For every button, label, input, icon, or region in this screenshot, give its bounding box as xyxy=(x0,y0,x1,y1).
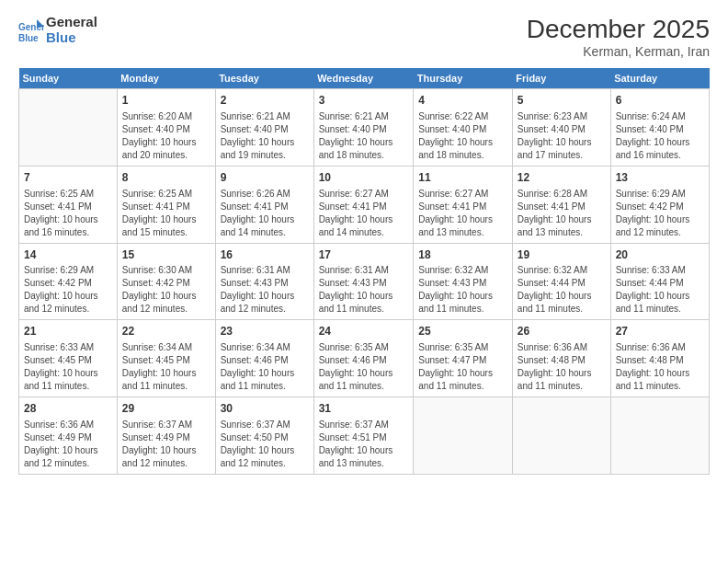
day-number: 28 xyxy=(24,401,112,417)
col-header-saturday: Saturday xyxy=(610,68,709,89)
day-number: 4 xyxy=(418,93,507,109)
day-number: 10 xyxy=(319,170,409,186)
day-number: 1 xyxy=(122,93,210,109)
calendar-cell: 6Sunrise: 6:24 AM Sunset: 4:40 PM Daylig… xyxy=(610,89,709,167)
calendar-cell: 31Sunrise: 6:37 AM Sunset: 4:51 PM Dayli… xyxy=(313,397,414,475)
calendar-cell: 27Sunrise: 6:36 AM Sunset: 4:48 PM Dayli… xyxy=(610,320,709,397)
day-info: Sunrise: 6:33 AM Sunset: 4:45 PM Dayligh… xyxy=(24,341,112,393)
calendar-title: December 2025 xyxy=(527,15,710,44)
day-number: 24 xyxy=(319,324,409,339)
calendar-cell: 1Sunrise: 6:20 AM Sunset: 4:40 PM Daylig… xyxy=(117,89,215,167)
day-info: Sunrise: 6:37 AM Sunset: 4:50 PM Dayligh… xyxy=(221,419,309,470)
day-number: 21 xyxy=(24,324,112,339)
col-header-sunday: Sunday xyxy=(19,68,118,89)
calendar-cell: 2Sunrise: 6:21 AM Sunset: 4:40 PM Daylig… xyxy=(215,89,313,167)
calendar-cell: 17Sunrise: 6:31 AM Sunset: 4:43 PM Dayli… xyxy=(313,243,414,320)
day-info: Sunrise: 6:35 AM Sunset: 4:46 PM Dayligh… xyxy=(319,341,409,393)
col-header-thursday: Thursday xyxy=(414,68,513,89)
calendar-cell xyxy=(19,89,118,167)
calendar-cell: 22Sunrise: 6:34 AM Sunset: 4:45 PM Dayli… xyxy=(117,320,215,397)
day-number: 22 xyxy=(122,324,210,339)
day-info: Sunrise: 6:25 AM Sunset: 4:41 PM Dayligh… xyxy=(122,188,210,239)
day-info: Sunrise: 6:21 AM Sunset: 4:40 PM Dayligh… xyxy=(221,110,309,162)
day-number: 2 xyxy=(221,93,309,109)
calendar-cell: 14Sunrise: 6:29 AM Sunset: 4:42 PM Dayli… xyxy=(19,243,118,320)
day-number: 12 xyxy=(518,170,606,186)
day-number: 5 xyxy=(518,93,606,109)
col-header-tuesday: Tuesday xyxy=(215,68,313,89)
calendar-cell: 12Sunrise: 6:28 AM Sunset: 4:41 PM Dayli… xyxy=(512,166,610,243)
calendar-cell: 18Sunrise: 6:32 AM Sunset: 4:43 PM Dayli… xyxy=(414,243,513,320)
day-info: Sunrise: 6:32 AM Sunset: 4:44 PM Dayligh… xyxy=(518,264,606,316)
day-number: 17 xyxy=(319,247,409,263)
day-info: Sunrise: 6:31 AM Sunset: 4:43 PM Dayligh… xyxy=(319,264,409,316)
calendar-cell: 3Sunrise: 6:21 AM Sunset: 4:40 PM Daylig… xyxy=(313,89,414,167)
day-number: 3 xyxy=(319,93,409,109)
calendar-cell: 26Sunrise: 6:36 AM Sunset: 4:48 PM Dayli… xyxy=(512,320,610,397)
calendar-cell: 19Sunrise: 6:32 AM Sunset: 4:44 PM Dayli… xyxy=(512,243,610,320)
day-info: Sunrise: 6:23 AM Sunset: 4:40 PM Dayligh… xyxy=(518,110,606,162)
day-info: Sunrise: 6:24 AM Sunset: 4:40 PM Dayligh… xyxy=(616,110,704,162)
day-number: 23 xyxy=(221,324,309,339)
day-number: 15 xyxy=(122,247,210,263)
day-info: Sunrise: 6:36 AM Sunset: 4:48 PM Dayligh… xyxy=(518,341,606,393)
day-info: Sunrise: 6:34 AM Sunset: 4:46 PM Dayligh… xyxy=(221,341,309,393)
logo-general: General xyxy=(46,15,97,30)
day-number: 29 xyxy=(122,401,210,417)
calendar-cell: 7Sunrise: 6:25 AM Sunset: 4:41 PM Daylig… xyxy=(19,166,118,243)
day-info: Sunrise: 6:36 AM Sunset: 4:49 PM Dayligh… xyxy=(24,419,112,470)
day-number: 31 xyxy=(319,401,409,417)
logo-blue: Blue xyxy=(46,30,97,46)
day-info: Sunrise: 6:36 AM Sunset: 4:48 PM Dayligh… xyxy=(616,341,704,393)
calendar-cell xyxy=(610,397,709,475)
logo-icon: General Blue xyxy=(18,17,44,43)
col-header-wednesday: Wednesday xyxy=(313,68,414,89)
calendar-cell: 29Sunrise: 6:37 AM Sunset: 4:49 PM Dayli… xyxy=(117,397,215,475)
page-header: General Blue General Blue December 2025 … xyxy=(18,15,710,59)
day-number: 25 xyxy=(418,324,507,339)
day-info: Sunrise: 6:34 AM Sunset: 4:45 PM Dayligh… xyxy=(122,341,210,393)
day-number: 16 xyxy=(221,247,309,263)
logo: General Blue General Blue xyxy=(18,15,97,45)
calendar-cell: 25Sunrise: 6:35 AM Sunset: 4:47 PM Dayli… xyxy=(414,320,513,397)
calendar-cell: 9Sunrise: 6:26 AM Sunset: 4:41 PM Daylig… xyxy=(215,166,313,243)
day-number: 18 xyxy=(418,247,507,263)
day-number: 19 xyxy=(518,247,606,263)
calendar-cell: 11Sunrise: 6:27 AM Sunset: 4:41 PM Dayli… xyxy=(414,166,513,243)
svg-text:Blue: Blue xyxy=(18,33,39,43)
calendar-cell: 21Sunrise: 6:33 AM Sunset: 4:45 PM Dayli… xyxy=(19,320,118,397)
calendar-cell xyxy=(512,397,610,475)
day-info: Sunrise: 6:27 AM Sunset: 4:41 PM Dayligh… xyxy=(319,188,409,239)
day-number: 9 xyxy=(221,170,309,186)
calendar-cell: 16Sunrise: 6:31 AM Sunset: 4:43 PM Dayli… xyxy=(215,243,313,320)
day-number: 13 xyxy=(616,170,704,186)
day-number: 20 xyxy=(616,247,704,263)
calendar-cell: 28Sunrise: 6:36 AM Sunset: 4:49 PM Dayli… xyxy=(19,397,118,475)
day-info: Sunrise: 6:32 AM Sunset: 4:43 PM Dayligh… xyxy=(418,264,507,316)
day-info: Sunrise: 6:20 AM Sunset: 4:40 PM Dayligh… xyxy=(122,110,210,162)
day-info: Sunrise: 6:28 AM Sunset: 4:41 PM Dayligh… xyxy=(518,188,606,239)
day-info: Sunrise: 6:37 AM Sunset: 4:49 PM Dayligh… xyxy=(122,419,210,470)
day-info: Sunrise: 6:37 AM Sunset: 4:51 PM Dayligh… xyxy=(319,419,409,470)
day-number: 26 xyxy=(518,324,606,339)
day-info: Sunrise: 6:26 AM Sunset: 4:41 PM Dayligh… xyxy=(221,188,309,239)
calendar-cell: 10Sunrise: 6:27 AM Sunset: 4:41 PM Dayli… xyxy=(313,166,414,243)
day-number: 8 xyxy=(122,170,210,186)
day-number: 30 xyxy=(221,401,309,417)
calendar-cell: 4Sunrise: 6:22 AM Sunset: 4:40 PM Daylig… xyxy=(414,89,513,167)
day-info: Sunrise: 6:22 AM Sunset: 4:40 PM Dayligh… xyxy=(418,110,507,162)
calendar-cell: 30Sunrise: 6:37 AM Sunset: 4:50 PM Dayli… xyxy=(215,397,313,475)
day-number: 7 xyxy=(24,170,112,186)
day-info: Sunrise: 6:29 AM Sunset: 4:42 PM Dayligh… xyxy=(616,188,704,239)
calendar-subtitle: Kerman, Kerman, Iran xyxy=(527,44,710,59)
title-block: December 2025 Kerman, Kerman, Iran xyxy=(527,15,710,59)
day-info: Sunrise: 6:35 AM Sunset: 4:47 PM Dayligh… xyxy=(418,341,507,393)
day-info: Sunrise: 6:27 AM Sunset: 4:41 PM Dayligh… xyxy=(418,188,507,239)
day-info: Sunrise: 6:30 AM Sunset: 4:42 PM Dayligh… xyxy=(122,264,210,316)
calendar-cell: 24Sunrise: 6:35 AM Sunset: 4:46 PM Dayli… xyxy=(313,320,414,397)
calendar-cell: 13Sunrise: 6:29 AM Sunset: 4:42 PM Dayli… xyxy=(610,166,709,243)
day-number: 6 xyxy=(616,93,704,109)
col-header-monday: Monday xyxy=(117,68,215,89)
calendar-cell xyxy=(414,397,513,475)
calendar-table: SundayMondayTuesdayWednesdayThursdayFrid… xyxy=(18,68,710,475)
